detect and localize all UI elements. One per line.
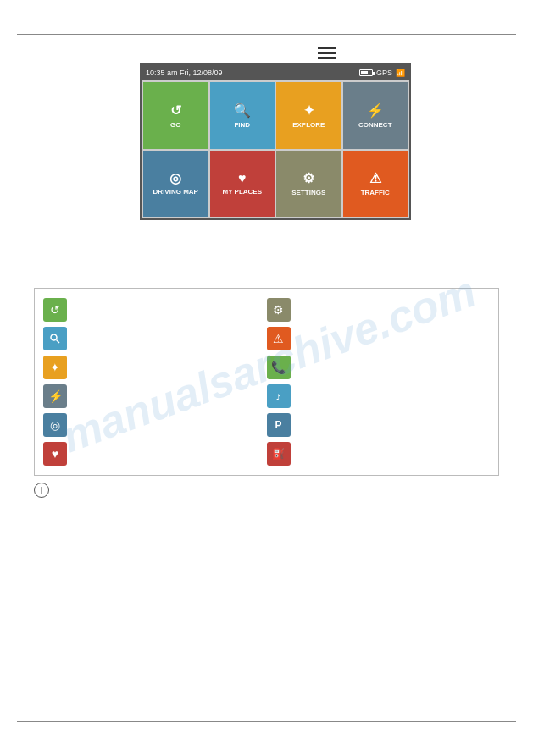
- tile-driving[interactable]: ◎ DRIVING MAP: [143, 151, 208, 218]
- svg-point-0: [51, 334, 57, 340]
- tile-go[interactable]: ↺ GO: [143, 82, 208, 149]
- connect-icon: ⚡: [367, 102, 384, 119]
- tile-find[interactable]: 🔍 FIND: [210, 82, 275, 149]
- myplaces-icon: ♥: [238, 171, 247, 186]
- signal-icon: 📶: [396, 69, 405, 77]
- menu-icon[interactable]: [318, 47, 336, 59]
- tile-myplaces[interactable]: ♥ MY PLACES: [210, 151, 275, 218]
- legend-go-icon: ↺: [43, 298, 67, 322]
- tile-settings[interactable]: ⚙ SETTINGS: [276, 151, 341, 218]
- legend-phone-icon: 📞: [267, 356, 291, 379]
- tile-find-label: FIND: [234, 121, 250, 129]
- tile-grid: ↺ GO 🔍 FIND ✦ EXPLORE ⚡ CONNECT ◎ DRIVIN…: [142, 80, 409, 218]
- tile-explore-label: EXPLORE: [292, 121, 325, 129]
- go-icon: ↺: [170, 102, 181, 119]
- bottom-rule: [17, 721, 516, 722]
- tile-connect-label: CONNECT: [358, 121, 392, 129]
- status-bar: 10:35 am Fri, 12/08/09 GPS 📶: [142, 65, 409, 80]
- legend-fuel-icon: ⛽: [267, 442, 291, 466]
- settings-icon: ⚙: [303, 170, 314, 186]
- traffic-icon: ⚠: [369, 170, 381, 186]
- tile-connect[interactable]: ⚡ CONNECT: [343, 82, 408, 149]
- tile-settings-label: SETTINGS: [291, 189, 325, 196]
- tile-traffic-label: TRAFFIC: [361, 189, 390, 196]
- battery-icon: [359, 69, 373, 76]
- status-time: 10:35 am Fri, 12/08/09: [146, 69, 223, 77]
- legend-explore-icon: ✦: [43, 356, 67, 379]
- svg-line-1: [57, 340, 60, 344]
- tile-explore[interactable]: ✦ EXPLORE: [276, 82, 341, 149]
- gps-label: GPS: [376, 69, 392, 77]
- icon-legend: ↺ ⚙ ⚠ ✦ 📞 ⚡ ♪ ◎ P ♥ ⛽: [34, 288, 499, 476]
- tile-driving-label: DRIVING MAP: [153, 189, 198, 196]
- info-icon: i: [34, 483, 49, 498]
- status-right: GPS 📶: [359, 69, 405, 77]
- legend-find-icon: [43, 327, 67, 350]
- legend-connect-icon: ⚡: [43, 384, 67, 408]
- top-rule: [17, 34, 516, 35]
- driving-icon: ◎: [169, 170, 181, 186]
- explore-icon: ✦: [303, 102, 314, 119]
- legend-music-icon: ♪: [267, 384, 291, 408]
- device-screen: 10:35 am Fri, 12/08/09 GPS 📶 ↺ GO 🔍 FIND…: [140, 63, 411, 220]
- legend-parking-icon: P: [267, 413, 291, 437]
- legend-myplaces-icon: ♥: [43, 442, 67, 466]
- find-icon: 🔍: [234, 102, 251, 119]
- legend-settings-icon: ⚙: [267, 298, 291, 322]
- tile-go-label: GO: [170, 121, 180, 129]
- tile-myplaces-label: MY PLACES: [222, 189, 262, 196]
- tile-traffic[interactable]: ⚠ TRAFFIC: [343, 151, 408, 218]
- legend-traffic-icon: ⚠: [267, 327, 291, 350]
- legend-driving-icon: ◎: [43, 413, 67, 437]
